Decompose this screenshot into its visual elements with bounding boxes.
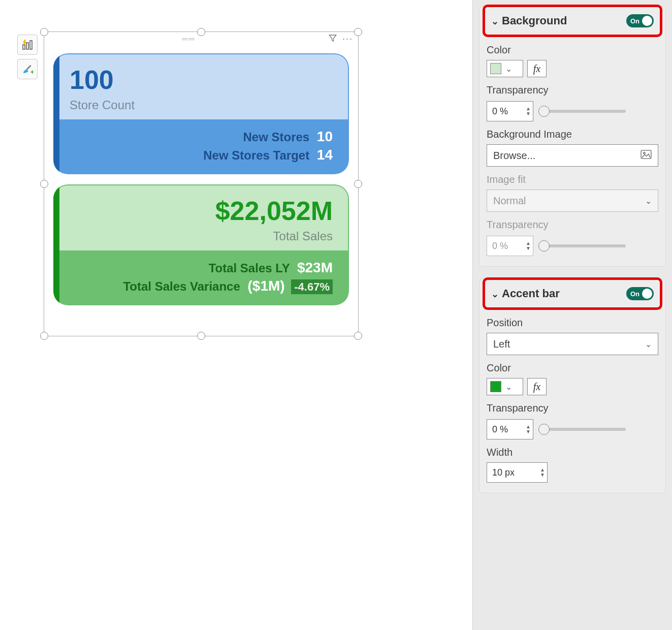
- report-canvas: + ══ ··· 100 St: [0, 0, 472, 630]
- drag-grip-icon[interactable]: ══: [49, 35, 328, 44]
- card-label: Store Count: [70, 98, 333, 112]
- format-pane: ⌄Background On Color ⌄ fx Transparency 0…: [472, 0, 672, 630]
- select-value: Normal: [493, 195, 526, 207]
- card-detail-row: Total Sales LY $23M: [70, 260, 333, 276]
- section-background: ⌄Background On Color ⌄ fx Transparency 0…: [479, 6, 666, 267]
- spinner-arrows-icon[interactable]: ▲▼: [526, 106, 531, 116]
- spinner-arrows-icon: ▲▼: [526, 241, 531, 251]
- color-swatch: [490, 381, 501, 392]
- detail-value: 10: [317, 129, 333, 144]
- color-swatch: [490, 63, 501, 74]
- image-fit-select: Normal ⌄: [487, 190, 658, 212]
- label-transparency: Transparency: [487, 84, 658, 96]
- section-header-background[interactable]: ⌄Background On: [489, 9, 656, 33]
- toggle-label: On: [630, 17, 639, 25]
- paintbrush-icon: +: [21, 63, 34, 75]
- resize-handle[interactable]: [354, 28, 362, 36]
- svg-rect-2: [30, 41, 32, 49]
- label-accent-transparency: Transparency: [487, 402, 658, 414]
- card-store-count: 100 Store Count New Stores 10 New Stores…: [53, 53, 349, 174]
- label-img-transparency: Transparency: [487, 219, 658, 231]
- detail-label: New Stores Target: [203, 148, 309, 162]
- chevron-down-icon: ⌄: [645, 196, 652, 206]
- floating-toolbar: +: [17, 35, 38, 79]
- detail-label: Total Sales Variance: [123, 279, 240, 293]
- detail-value: ($1M): [247, 278, 284, 294]
- slider-thumb: [538, 240, 550, 251]
- color-picker-accent[interactable]: ⌄: [487, 378, 523, 395]
- accent-bar: [53, 53, 59, 174]
- chevron-down-icon: ⌄: [491, 289, 499, 299]
- card-value: 100: [70, 65, 333, 95]
- visual-selection[interactable]: ══ ··· 100 Store Count New Stores 10: [44, 32, 359, 336]
- toggle-label: On: [630, 290, 639, 298]
- svg-rect-1: [26, 43, 28, 49]
- label-width: Width: [487, 447, 658, 458]
- detail-label: New Stores: [243, 130, 309, 144]
- resize-handle[interactable]: [40, 332, 48, 340]
- image-icon: [641, 150, 652, 162]
- filter-icon[interactable]: [328, 34, 337, 45]
- img-transparency-slider: [539, 244, 626, 247]
- img-transparency-input: 0 % ▲▼: [487, 236, 533, 256]
- annotation-highlight: ⌄Background On: [483, 5, 662, 37]
- color-picker-background[interactable]: ⌄: [487, 60, 523, 77]
- input-value: Browse...: [493, 150, 535, 162]
- visual-fields-button[interactable]: [17, 35, 38, 55]
- detail-value: 14: [317, 147, 333, 163]
- card-detail-row: New Stores Target 14: [70, 147, 333, 163]
- chevron-down-icon: ⌄: [505, 382, 512, 392]
- spinner-arrows-icon[interactable]: ▲▼: [526, 424, 531, 434]
- section-title: Accent bar: [502, 287, 560, 300]
- more-options-icon[interactable]: ···: [342, 34, 353, 45]
- input-value: 0 %: [492, 241, 508, 251]
- section-title: Background: [502, 14, 567, 27]
- transparency-input[interactable]: 0 % ▲▼: [487, 101, 533, 121]
- svg-point-7: [644, 152, 646, 154]
- card-total-sales: $22,052M Total Sales Total Sales LY $23M…: [53, 184, 349, 305]
- resize-handle[interactable]: [197, 332, 205, 340]
- toggle-background[interactable]: On: [626, 14, 654, 27]
- detail-percent: -4.67%: [291, 279, 333, 294]
- resize-handle[interactable]: [197, 28, 205, 36]
- detail-value: $23M: [297, 260, 333, 275]
- input-value: 0 %: [492, 424, 508, 435]
- fx-button[interactable]: fx: [527, 60, 547, 77]
- resize-handle[interactable]: [40, 180, 48, 188]
- resize-handle[interactable]: [354, 332, 362, 340]
- accent-transparency-slider[interactable]: [539, 428, 626, 431]
- card-detail-row: Total Sales Variance ($1M) -4.67%: [70, 278, 333, 294]
- card-value: $22,052M: [70, 196, 333, 226]
- select-value: Left: [493, 338, 510, 350]
- browse-image-input[interactable]: Browse...: [487, 144, 658, 167]
- slider-thumb[interactable]: [538, 424, 550, 435]
- resize-handle[interactable]: [354, 180, 362, 188]
- fx-button[interactable]: fx: [527, 378, 547, 395]
- chevron-down-icon: ⌄: [505, 64, 512, 74]
- transparency-slider[interactable]: [539, 110, 626, 113]
- chevron-down-icon: ⌄: [491, 16, 499, 26]
- visual-format-button[interactable]: +: [17, 59, 38, 79]
- section-header-accent[interactable]: ⌄Accent bar On: [489, 282, 656, 305]
- card-label: Total Sales: [70, 229, 333, 243]
- spinner-arrows-icon[interactable]: ▲▼: [540, 467, 545, 478]
- input-value: 10 px: [492, 467, 515, 478]
- width-input[interactable]: 10 px ▲▼: [487, 462, 548, 483]
- slider-thumb[interactable]: [538, 106, 550, 117]
- label-accent-color: Color: [487, 362, 658, 374]
- label-position: Position: [487, 317, 658, 329]
- label-color: Color: [487, 44, 658, 56]
- chart-lightning-icon: [21, 39, 34, 51]
- toggle-accent[interactable]: On: [626, 287, 654, 300]
- accent-transparency-input[interactable]: 0 % ▲▼: [487, 419, 533, 439]
- card-detail-row: New Stores 10: [70, 129, 333, 145]
- label-bg-image: Background Image: [487, 129, 658, 140]
- position-select[interactable]: Left ⌄: [487, 333, 658, 355]
- section-accent-bar: ⌄Accent bar On Position Left ⌄ Color ⌄ f…: [479, 279, 666, 493]
- detail-label: Total Sales LY: [209, 261, 290, 275]
- annotation-highlight: ⌄Accent bar On: [483, 277, 662, 310]
- resize-handle[interactable]: [40, 28, 48, 36]
- label-image-fit: Image fit: [487, 174, 658, 185]
- chevron-down-icon: ⌄: [645, 339, 652, 349]
- multi-card-visual: 100 Store Count New Stores 10 New Stores…: [44, 46, 358, 312]
